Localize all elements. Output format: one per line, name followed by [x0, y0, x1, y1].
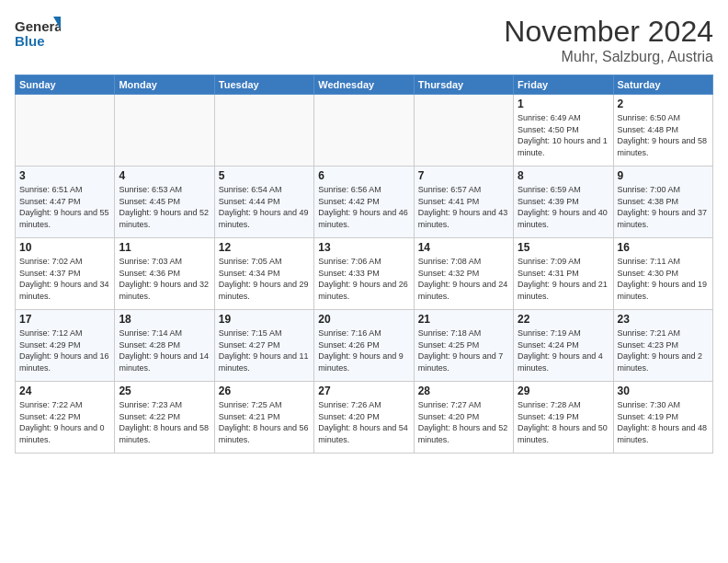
day-number: 20 [318, 313, 409, 326]
calendar-cell: 5Sunrise: 6:54 AM Sunset: 4:44 PM Daylig… [214, 167, 313, 238]
day-info: Sunrise: 7:22 AM Sunset: 4:22 PM Dayligh… [19, 399, 110, 445]
day-number: 30 [618, 385, 709, 397]
day-info: Sunrise: 7:05 AM Sunset: 4:34 PM Dayligh… [219, 256, 310, 302]
day-number: 29 [518, 385, 609, 397]
day-info: Sunrise: 7:16 AM Sunset: 4:26 PM Dayligh… [318, 327, 409, 373]
day-info: Sunrise: 7:00 AM Sunset: 4:38 PM Dayligh… [618, 184, 709, 230]
calendar-cell: 12Sunrise: 7:05 AM Sunset: 4:34 PM Dayli… [214, 238, 313, 310]
page-header: General Blue November 2024 Muhr, Salzbur… [15, 15, 713, 65]
calendar-cell: 7Sunrise: 6:57 AM Sunset: 4:41 PM Daylig… [414, 167, 513, 238]
calendar-cell: 2Sunrise: 6:50 AM Sunset: 4:48 PM Daylig… [613, 95, 712, 167]
calendar-cell: 28Sunrise: 7:27 AM Sunset: 4:20 PM Dayli… [414, 382, 513, 454]
weekday-header-thursday: Thursday [414, 75, 513, 95]
day-info: Sunrise: 7:11 AM Sunset: 4:30 PM Dayligh… [618, 256, 709, 302]
day-info: Sunrise: 6:53 AM Sunset: 4:45 PM Dayligh… [119, 184, 210, 230]
day-number: 24 [19, 385, 110, 397]
day-number: 1 [518, 98, 609, 110]
day-number: 8 [518, 169, 609, 182]
day-number: 22 [518, 313, 609, 326]
weekday-header-monday: Monday [115, 75, 214, 95]
day-number: 26 [219, 385, 310, 397]
calendar-cell: 13Sunrise: 7:06 AM Sunset: 4:33 PM Dayli… [314, 238, 414, 310]
calendar-cell: 22Sunrise: 7:19 AM Sunset: 4:24 PM Dayli… [514, 310, 613, 382]
day-number: 16 [618, 241, 709, 254]
day-number: 14 [418, 241, 509, 254]
day-number: 23 [618, 313, 709, 326]
calendar-cell [115, 95, 214, 167]
day-info: Sunrise: 7:18 AM Sunset: 4:25 PM Dayligh… [418, 327, 509, 373]
logo-svg: General Blue [15, 15, 61, 56]
day-number: 11 [119, 241, 210, 254]
day-number: 7 [418, 169, 509, 182]
day-number: 27 [318, 385, 409, 397]
calendar-cell [214, 95, 313, 167]
calendar-cell: 10Sunrise: 7:02 AM Sunset: 4:37 PM Dayli… [16, 238, 115, 310]
day-info: Sunrise: 7:09 AM Sunset: 4:31 PM Dayligh… [518, 256, 609, 302]
calendar-cell: 21Sunrise: 7:18 AM Sunset: 4:25 PM Dayli… [414, 310, 513, 382]
day-info: Sunrise: 6:57 AM Sunset: 4:41 PM Dayligh… [418, 184, 509, 230]
day-info: Sunrise: 7:06 AM Sunset: 4:33 PM Dayligh… [318, 256, 409, 302]
day-info: Sunrise: 7:14 AM Sunset: 4:28 PM Dayligh… [119, 327, 210, 373]
calendar-cell: 1Sunrise: 6:49 AM Sunset: 4:50 PM Daylig… [514, 95, 613, 167]
calendar-cell: 16Sunrise: 7:11 AM Sunset: 4:30 PM Dayli… [613, 238, 712, 310]
day-number: 17 [19, 313, 110, 326]
calendar-header: SundayMondayTuesdayWednesdayThursdayFrid… [16, 75, 713, 95]
calendar-cell: 19Sunrise: 7:15 AM Sunset: 4:27 PM Dayli… [214, 310, 313, 382]
calendar-week-5: 24Sunrise: 7:22 AM Sunset: 4:22 PM Dayli… [16, 382, 713, 454]
weekday-header-tuesday: Tuesday [214, 75, 313, 95]
day-number: 18 [119, 313, 210, 326]
svg-text:Blue: Blue [15, 33, 45, 49]
day-info: Sunrise: 7:26 AM Sunset: 4:20 PM Dayligh… [318, 399, 409, 445]
calendar-cell: 24Sunrise: 7:22 AM Sunset: 4:22 PM Dayli… [16, 382, 115, 454]
day-info: Sunrise: 7:21 AM Sunset: 4:23 PM Dayligh… [618, 327, 709, 373]
day-number: 2 [618, 98, 709, 110]
calendar-cell: 11Sunrise: 7:03 AM Sunset: 4:36 PM Dayli… [115, 238, 214, 310]
weekday-header-wednesday: Wednesday [314, 75, 414, 95]
day-number: 25 [119, 385, 210, 397]
calendar-cell: 14Sunrise: 7:08 AM Sunset: 4:32 PM Dayli… [414, 238, 513, 310]
day-info: Sunrise: 7:25 AM Sunset: 4:21 PM Dayligh… [219, 399, 310, 445]
day-info: Sunrise: 7:30 AM Sunset: 4:19 PM Dayligh… [618, 399, 709, 445]
calendar-cell [314, 95, 414, 167]
svg-text:General: General [15, 18, 61, 34]
calendar-body: 1Sunrise: 6:49 AM Sunset: 4:50 PM Daylig… [16, 95, 713, 454]
day-number: 10 [19, 241, 110, 254]
day-number: 13 [318, 241, 409, 254]
day-info: Sunrise: 6:54 AM Sunset: 4:44 PM Dayligh… [219, 184, 310, 230]
day-info: Sunrise: 7:03 AM Sunset: 4:36 PM Dayligh… [119, 256, 210, 302]
day-number: 28 [418, 385, 509, 397]
day-info: Sunrise: 7:15 AM Sunset: 4:27 PM Dayligh… [219, 327, 310, 373]
calendar-week-1: 1Sunrise: 6:49 AM Sunset: 4:50 PM Daylig… [16, 95, 713, 167]
day-info: Sunrise: 7:02 AM Sunset: 4:37 PM Dayligh… [19, 256, 110, 302]
day-info: Sunrise: 6:49 AM Sunset: 4:50 PM Dayligh… [518, 112, 609, 158]
calendar-cell: 23Sunrise: 7:21 AM Sunset: 4:23 PM Dayli… [613, 310, 712, 382]
day-info: Sunrise: 7:23 AM Sunset: 4:22 PM Dayligh… [119, 399, 210, 445]
weekday-header-saturday: Saturday [613, 75, 712, 95]
day-info: Sunrise: 6:51 AM Sunset: 4:47 PM Dayligh… [19, 184, 110, 230]
day-number: 3 [19, 169, 110, 182]
month-title: November 2024 [504, 15, 713, 49]
calendar-cell: 17Sunrise: 7:12 AM Sunset: 4:29 PM Dayli… [16, 310, 115, 382]
location-subtitle: Muhr, Salzburg, Austria [504, 49, 713, 65]
day-info: Sunrise: 7:19 AM Sunset: 4:24 PM Dayligh… [518, 327, 609, 373]
day-number: 19 [219, 313, 310, 326]
calendar-cell: 15Sunrise: 7:09 AM Sunset: 4:31 PM Dayli… [514, 238, 613, 310]
calendar-cell [16, 95, 115, 167]
day-info: Sunrise: 7:27 AM Sunset: 4:20 PM Dayligh… [418, 399, 509, 445]
calendar-cell: 9Sunrise: 7:00 AM Sunset: 4:38 PM Daylig… [613, 167, 712, 238]
weekday-header-friday: Friday [514, 75, 613, 95]
calendar-cell: 29Sunrise: 7:28 AM Sunset: 4:19 PM Dayli… [514, 382, 613, 454]
day-number: 9 [618, 169, 709, 182]
title-block: November 2024 Muhr, Salzburg, Austria [504, 15, 713, 65]
day-number: 5 [219, 169, 310, 182]
calendar-week-3: 10Sunrise: 7:02 AM Sunset: 4:37 PM Dayli… [16, 238, 713, 310]
calendar-cell: 20Sunrise: 7:16 AM Sunset: 4:26 PM Dayli… [314, 310, 414, 382]
day-number: 4 [119, 169, 210, 182]
day-info: Sunrise: 6:50 AM Sunset: 4:48 PM Dayligh… [618, 112, 709, 158]
day-info: Sunrise: 7:12 AM Sunset: 4:29 PM Dayligh… [19, 327, 110, 373]
calendar-cell: 30Sunrise: 7:30 AM Sunset: 4:19 PM Dayli… [613, 382, 712, 454]
calendar-cell: 25Sunrise: 7:23 AM Sunset: 4:22 PM Dayli… [115, 382, 214, 454]
calendar-cell: 3Sunrise: 6:51 AM Sunset: 4:47 PM Daylig… [16, 167, 115, 238]
day-info: Sunrise: 6:56 AM Sunset: 4:42 PM Dayligh… [318, 184, 409, 230]
calendar-cell [414, 95, 513, 167]
